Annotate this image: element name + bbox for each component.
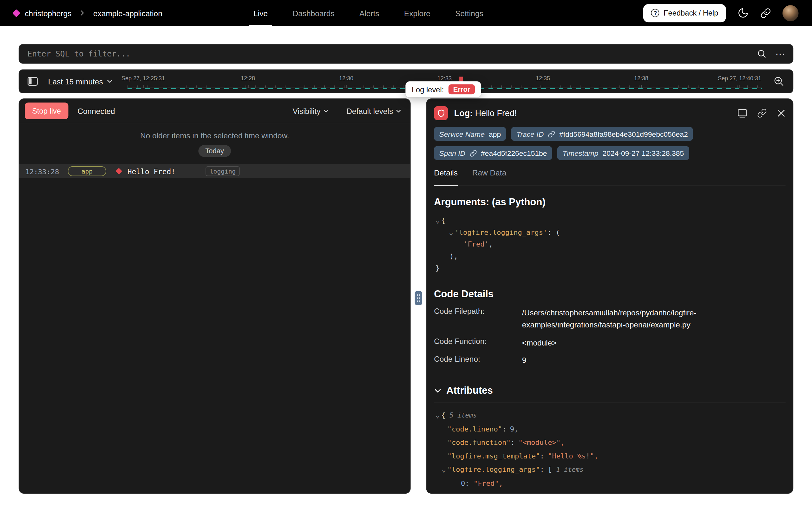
copy-link-button[interactable]: [757, 108, 767, 118]
breadcrumb-chevron-icon: [79, 10, 86, 16]
share-link-button[interactable]: [760, 8, 771, 18]
collapse-icon[interactable]: ⌄: [434, 215, 441, 227]
search-icon: [756, 49, 767, 59]
tooltip-label: Log level:: [412, 86, 444, 94]
search-button[interactable]: [756, 49, 767, 59]
attributes-json-tree: ⌄{5 items "code.lineno":9, "code.functio…: [434, 408, 786, 493]
nav-right: ? Feedback / Help: [643, 4, 798, 22]
collapse-icon[interactable]: ⌄: [447, 226, 455, 238]
chevron-down-icon: [107, 78, 113, 85]
detail-tabs: Details Raw Data: [434, 168, 786, 186]
log-row-selected[interactable]: 12:33:28 app Hello Fred! logging: [19, 164, 410, 178]
app-viewport: christophergs example-application Live D…: [0, 0, 812, 507]
feedback-help-button[interactable]: ? Feedback / Help: [643, 4, 726, 22]
visibility-dropdown[interactable]: Visibility: [290, 106, 332, 116]
timestamp-chip[interactable]: Timestamp 2024-09-27 12:33:28.385: [557, 146, 689, 160]
code-filepath-label: Code Filepath:: [434, 307, 522, 331]
nav-tab-dashboards[interactable]: Dashboards: [280, 0, 347, 26]
nav-tab-explore[interactable]: Explore: [392, 0, 443, 26]
zoom-in-button[interactable]: [773, 75, 785, 87]
zoom-in-icon: [773, 75, 785, 87]
attributes-heading: Attributes: [446, 385, 493, 396]
error-shield-icon: [434, 106, 448, 120]
log-level-tooltip: Log level: Error: [405, 81, 481, 97]
timeline-tick: 12:30: [339, 75, 353, 81]
error-level-badge: Error: [448, 84, 475, 94]
timeline-tick: 12:38: [634, 75, 648, 81]
tab-details[interactable]: Details: [434, 168, 458, 186]
nav-tab-settings[interactable]: Settings: [443, 0, 496, 26]
code-details-heading: Code Details: [434, 288, 786, 300]
live-log-panel: Stop live Connected Visibility Default l…: [19, 98, 411, 494]
sql-filter-input[interactable]: [26, 49, 756, 59]
timeline-tick: 12:35: [536, 75, 550, 81]
attributes-toggle[interactable]: Attributes: [434, 385, 786, 396]
chevron-down-icon: [323, 108, 329, 114]
collapse-icon[interactable]: ⌄: [440, 463, 447, 476]
close-icon: [777, 109, 786, 118]
time-range-selector[interactable]: Last 15 minutes: [45, 76, 116, 86]
chevron-down-icon: [434, 387, 442, 394]
detail-title: Log: Hello Fred!: [454, 108, 517, 118]
feedback-help-label: Feedback / Help: [664, 9, 718, 17]
service-name-chip[interactable]: Service Name app: [434, 127, 506, 141]
main-nav-tabs: Live Dashboards Alerts Explore Settings: [241, 0, 496, 26]
nav-tab-alerts[interactable]: Alerts: [347, 0, 392, 26]
empty-window-message: No older items in the selected time wind…: [19, 131, 410, 140]
sidebar-toggle-button[interactable]: [27, 77, 38, 86]
log-message: Hello Fred!: [127, 167, 175, 175]
link-icon: [548, 130, 555, 138]
sql-filter-bar: ⋯: [19, 44, 793, 64]
detail-header: Log: Hello Fred!: [427, 99, 793, 125]
collapse-icon[interactable]: ⌄: [434, 408, 441, 421]
error-diamond-icon: [116, 168, 122, 174]
breadcrumb-org[interactable]: christophergs: [25, 9, 71, 17]
today-badge[interactable]: Today: [198, 145, 231, 157]
breadcrumb-project[interactable]: example-application: [93, 9, 163, 17]
arguments-heading: Arguments: (as Python): [434, 196, 786, 208]
log-detail-panel: Log: Hello Fred!: [426, 98, 794, 494]
timeline-tick: Sep 27, 12:25:31: [122, 75, 165, 81]
user-avatar[interactable]: [783, 5, 799, 21]
help-icon: ?: [651, 9, 660, 17]
code-lineno-label: Code Lineno:: [434, 354, 522, 366]
code-function-label: Code Function:: [434, 336, 522, 348]
main-panels: Stop live Connected Visibility Default l…: [19, 98, 793, 494]
more-options-icon[interactable]: ⋯: [775, 49, 786, 59]
stop-live-button[interactable]: Stop live: [25, 103, 68, 119]
service-badge[interactable]: app: [68, 166, 106, 176]
detail-body: Arguments: (as Python) ⌄{ ⌄'logfire.logg…: [427, 186, 793, 493]
dock-panel-button[interactable]: [738, 109, 747, 118]
live-panel-header: Stop live Connected Visibility Default l…: [19, 99, 410, 123]
code-filepath-value: /Users/christophersamiullah/repos/pydant…: [522, 307, 740, 331]
nav-tab-live[interactable]: Live: [241, 0, 280, 26]
dark-mode-toggle[interactable]: [738, 7, 749, 19]
time-range-label: Last 15 minutes: [48, 77, 103, 86]
tab-raw-data[interactable]: Raw Data: [472, 168, 507, 186]
timeline-tick: 12:28: [241, 75, 255, 81]
timeline-tick: Sep 27, 12:40:31: [718, 75, 761, 81]
panel-splitter[interactable]: [411, 98, 426, 494]
dock-panel-icon: [738, 109, 747, 118]
link-icon: [757, 108, 767, 118]
attributes-divider: [434, 403, 786, 403]
close-detail-button[interactable]: [777, 109, 786, 118]
code-function-value: <module>: [522, 336, 740, 348]
default-levels-dropdown[interactable]: Default levels: [343, 106, 404, 116]
sidebar-toggle-icon: [27, 77, 38, 86]
splitter-drag-handle[interactable]: [415, 291, 422, 305]
connection-status: Connected: [77, 107, 115, 115]
logging-tag-badge[interactable]: logging: [205, 166, 240, 176]
code-lineno-value: 9: [522, 354, 740, 366]
top-nav: christophergs example-application Live D…: [0, 0, 812, 26]
code-details-table: Code Filepath: /Users/christophersamiull…: [434, 307, 786, 367]
trace-id-chip[interactable]: Trace ID #fdd5694a8fa98eb4e301d99ebc056e…: [511, 127, 693, 141]
arguments-code-block: ⌄{ ⌄'logfire.logging_args': ( 'Fred', ),…: [434, 215, 786, 274]
timeline-tick: 12:33: [437, 75, 452, 81]
moon-icon: [738, 7, 749, 19]
span-id-chip[interactable]: Span ID #ea4d5f226ec151be: [434, 146, 552, 160]
detail-badges: Service Name app Trace ID #fdd5694a8fa98…: [427, 125, 793, 160]
logfire-logo-icon[interactable]: [12, 9, 20, 17]
link-icon: [760, 8, 771, 18]
chevron-down-icon: [395, 108, 401, 114]
